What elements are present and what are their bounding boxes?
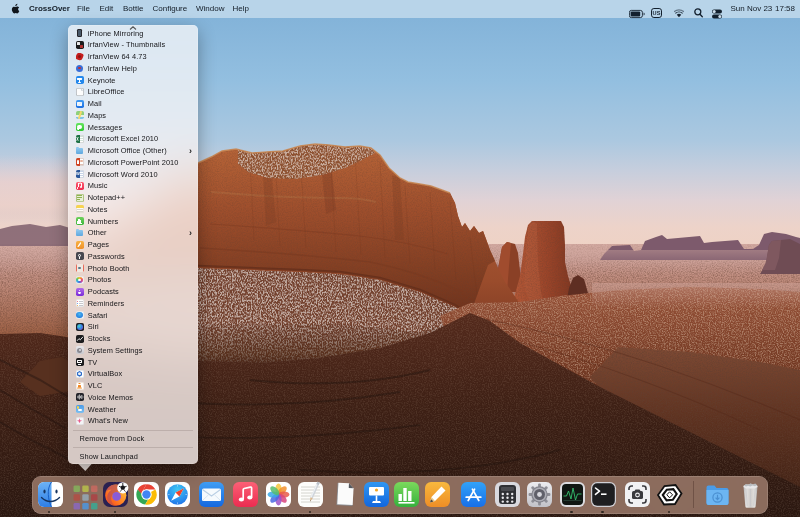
svg-text:US: US — [653, 10, 661, 16]
